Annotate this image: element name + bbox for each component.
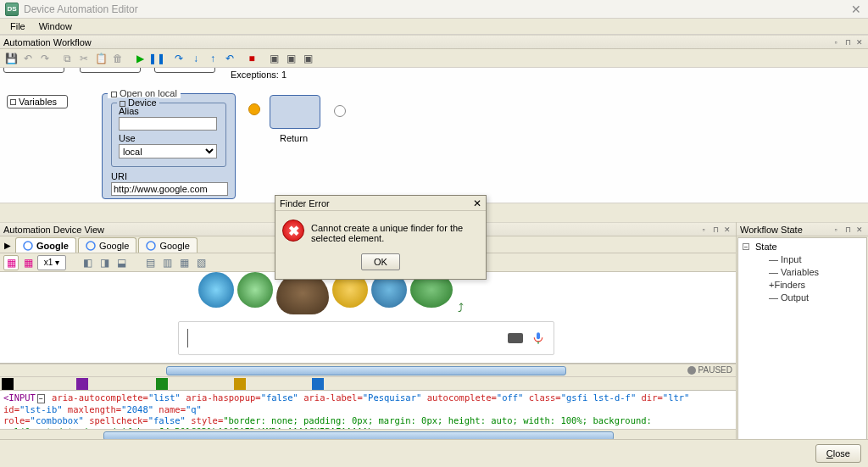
- truncated-box-2: [80, 68, 141, 73]
- panel-close-icon[interactable]: ✕: [854, 225, 865, 235]
- swatch-yellow[interactable]: [234, 378, 246, 390]
- grid2-icon[interactable]: ▦: [20, 255, 36, 270]
- step-back-icon[interactable]: ↶: [222, 51, 237, 66]
- tool4-icon[interactable]: ▤: [142, 255, 158, 270]
- panel-dock-icon[interactable]: ▫: [831, 37, 841, 47]
- panel-dock-icon[interactable]: ▫: [831, 225, 841, 235]
- panel-pin-icon[interactable]: ⊓: [843, 225, 853, 235]
- alias-input[interactable]: [119, 117, 217, 131]
- finder-error-dialog: Finder Error ✕ ✖ Cannot create a unique …: [275, 195, 487, 280]
- expand-icon[interactable]: [10, 99, 16, 105]
- workflow-state-header: Workflow State ▫ ⊓ ✕: [737, 222, 868, 236]
- truncated-box-3: [154, 68, 215, 73]
- grid1-icon[interactable]: ▦: [3, 255, 19, 270]
- exceptions-count: Exceptions: 1: [231, 69, 287, 80]
- pause-icon[interactable]: ❚❚: [149, 51, 164, 66]
- titlebar: DS Device Automation Editor ✕: [0, 0, 868, 19]
- window-close-icon[interactable]: ✕: [849, 3, 863, 16]
- workflow-panel-header: Automation Workflow ▫ ⊓ ✕: [0, 35, 868, 49]
- workflow-panel-title: Automation Workflow: [3, 37, 92, 47]
- svg-rect-3: [537, 332, 540, 339]
- tool6-icon[interactable]: ▦: [176, 255, 192, 270]
- save-icon[interactable]: 💾: [3, 51, 19, 66]
- tab-run-icon[interactable]: ▶: [0, 237, 15, 253]
- step-out-icon[interactable]: ↑: [205, 51, 220, 66]
- device-frame: Device Alias Use local: [111, 103, 226, 167]
- zoom-select[interactable]: x1 ▾: [37, 255, 66, 270]
- tree-item-finders[interactable]: +Finders: [742, 279, 863, 292]
- device-legend: Device: [117, 97, 159, 108]
- workflow-state-panel: Workflow State ▫ ⊓ ✕ − State — Input — V…: [736, 222, 868, 467]
- google-icon: [146, 241, 156, 251]
- collapse-icon[interactable]: [120, 101, 125, 107]
- tree-item-input[interactable]: — Input: [742, 253, 863, 266]
- open-on-local-block[interactable]: Open on local Device Alias Use local URI: [102, 93, 236, 199]
- step-into-icon[interactable]: ↓: [188, 51, 203, 66]
- frame1-icon[interactable]: ▣: [266, 51, 281, 66]
- truncated-box-1: [3, 68, 64, 73]
- swatch-purple[interactable]: [76, 378, 88, 390]
- tab-google-3[interactable]: Google: [138, 237, 197, 253]
- google-icon: [23, 241, 33, 251]
- menu-window[interactable]: Window: [32, 19, 79, 33]
- panel-pin-icon[interactable]: ⊓: [710, 225, 721, 235]
- redo-icon[interactable]: ↷: [37, 51, 53, 66]
- use-select[interactable]: local: [119, 144, 217, 158]
- panel-close-icon[interactable]: ✕: [722, 225, 732, 235]
- tree-root-state[interactable]: − State: [742, 241, 863, 253]
- dialog-close-icon[interactable]: ✕: [473, 197, 481, 209]
- tree-item-output[interactable]: — Output: [742, 292, 863, 304]
- swatch-green[interactable]: [156, 378, 168, 390]
- workflow-state-tree[interactable]: − State — Input — Variables +Finders — O…: [737, 237, 867, 466]
- cut-icon[interactable]: ✂: [76, 51, 92, 66]
- variables-block[interactable]: Variables: [7, 95, 68, 108]
- google-search-input[interactable]: [178, 321, 554, 355]
- selection-color-bar: [0, 376, 736, 390]
- uri-input[interactable]: [111, 182, 228, 196]
- flow-connector-orange[interactable]: [248, 103, 260, 115]
- stop-icon[interactable]: ■: [244, 51, 259, 66]
- scrollbar-thumb[interactable]: [166, 366, 566, 375]
- swatch-blue[interactable]: [312, 378, 324, 390]
- workflow-toolbar: 💾 ↶ ↷ ⧉ ✂ 📋 🗑 ▶ ❚❚ ↷ ↓ ↑ ↶ ■ ▣ ▣ ▣: [0, 49, 868, 68]
- tab-google-1[interactable]: Google: [15, 237, 76, 253]
- expand-icon[interactable]: −: [743, 243, 749, 250]
- tool5-icon[interactable]: ▥: [159, 255, 175, 270]
- close-button[interactable]: Close: [815, 444, 861, 463]
- step-over-icon[interactable]: ↷: [171, 51, 186, 66]
- paste-icon[interactable]: 📋: [93, 51, 108, 66]
- tab-google-2[interactable]: Google: [78, 237, 136, 253]
- flow-connector-out[interactable]: [334, 105, 346, 117]
- tree-item-variables[interactable]: — Variables: [742, 266, 863, 279]
- mic-icon[interactable]: [531, 330, 545, 347]
- ok-button[interactable]: OK: [361, 253, 400, 270]
- tool2-icon[interactable]: ◨: [97, 255, 112, 270]
- viewport-hscroll[interactable]: PAUSED: [0, 364, 736, 376]
- element-source-panel[interactable]: <INPUT− aria-autocomplete="list" aria-ha…: [0, 390, 736, 429]
- collapse-icon[interactable]: [111, 92, 117, 97]
- menu-file[interactable]: File: [3, 19, 32, 33]
- share-icon[interactable]: ⤴: [458, 301, 464, 314]
- browser-viewport[interactable]: ⤴: [0, 272, 736, 364]
- dialog-titlebar[interactable]: Finder Error ✕: [275, 196, 486, 211]
- keyboard-icon[interactable]: [508, 333, 523, 343]
- return-block[interactable]: [270, 95, 320, 129]
- workflow-canvas[interactable]: Exceptions: 1 Variables Open on local De…: [0, 68, 868, 203]
- undo-icon[interactable]: ↶: [20, 51, 36, 66]
- play-icon[interactable]: ▶: [132, 51, 147, 66]
- swatch-black[interactable]: [2, 378, 14, 390]
- frame2-icon[interactable]: ▣: [283, 51, 298, 66]
- svg-point-1: [86, 242, 95, 250]
- app-icon: DS: [5, 3, 19, 16]
- copy-icon[interactable]: ⧉: [59, 51, 75, 66]
- device-view-title: Automation Device View: [3, 225, 104, 235]
- tool7-icon[interactable]: ▧: [193, 255, 209, 270]
- frame3-icon[interactable]: ▣: [300, 51, 315, 66]
- tool3-icon[interactable]: ⬓: [114, 255, 129, 270]
- delete-icon[interactable]: 🗑: [110, 51, 125, 66]
- google-icon: [86, 241, 96, 251]
- panel-pin-icon[interactable]: ⊓: [843, 37, 853, 47]
- panel-dock-icon[interactable]: ▫: [698, 225, 709, 235]
- tool1-icon[interactable]: ◧: [80, 255, 95, 270]
- panel-close-icon[interactable]: ✕: [854, 37, 865, 47]
